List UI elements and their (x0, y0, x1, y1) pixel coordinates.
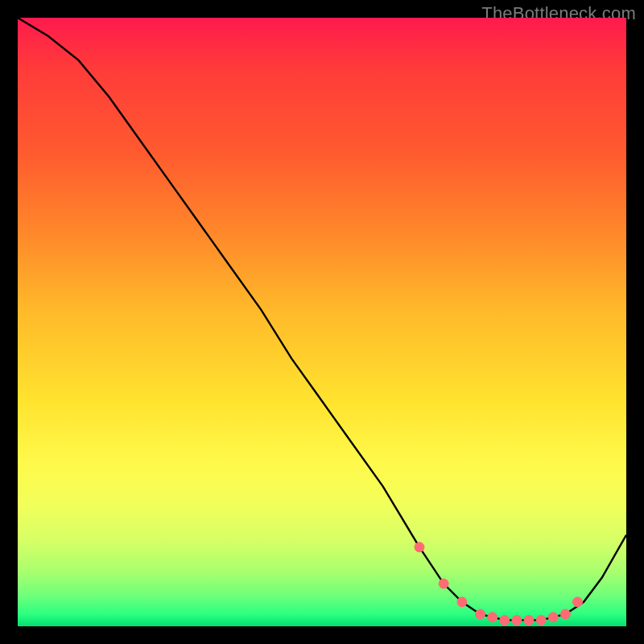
marker-point (457, 597, 467, 607)
marker-point (548, 613, 558, 622)
chart-frame: TheBottleneck.com (0, 0, 644, 644)
marker-point (536, 615, 546, 625)
marker-point (488, 613, 497, 622)
bottleneck-curve-path (18, 18, 626, 620)
curve-svg (18, 18, 626, 626)
marker-point (500, 615, 510, 625)
marker-point (439, 579, 448, 588)
marker-point (560, 609, 570, 619)
marker-point (524, 615, 534, 625)
marker-point (573, 597, 583, 607)
plot-area (18, 18, 626, 626)
marker-point (415, 543, 424, 552)
marker-point (512, 615, 522, 625)
marker-point (476, 609, 485, 619)
marker-group (415, 543, 583, 625)
